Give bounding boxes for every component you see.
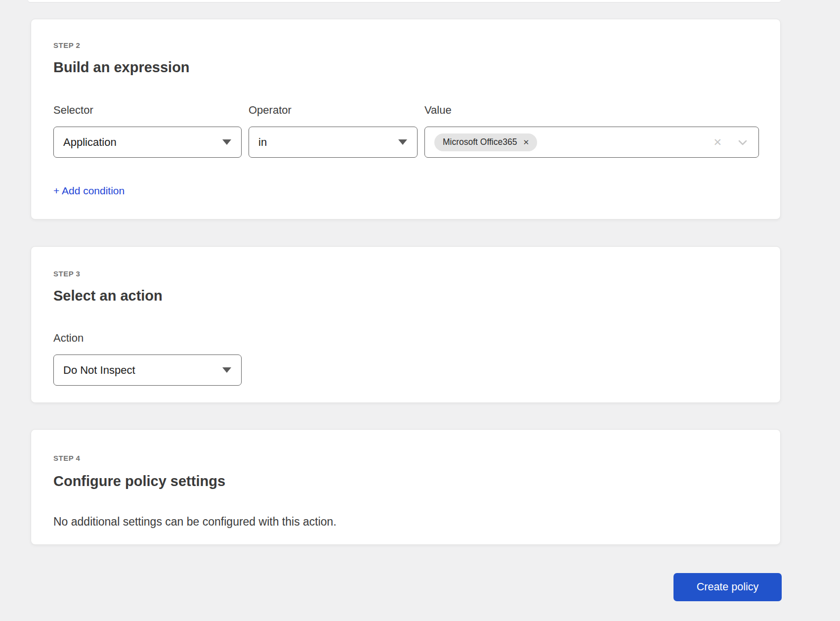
step2-title: Build an expression bbox=[53, 59, 758, 76]
operator-dropdown-value: in bbox=[258, 136, 267, 149]
action-field: Action Do Not Inspect bbox=[53, 332, 242, 386]
action-dropdown-value: Do Not Inspect bbox=[63, 364, 135, 377]
operator-dropdown[interactable]: in bbox=[249, 127, 418, 158]
step4-label: STEP 4 bbox=[53, 454, 758, 463]
selector-dropdown-value: Application bbox=[63, 136, 117, 149]
no-settings-message: No additional settings can be configured… bbox=[53, 515, 758, 529]
selector-field-label: Selector bbox=[53, 104, 242, 117]
action-dropdown[interactable]: Do Not Inspect bbox=[53, 355, 242, 386]
multiselect-icons: ✕ bbox=[713, 136, 749, 148]
chevron-down-icon[interactable] bbox=[737, 136, 749, 148]
expression-fields-row: Selector Application Operator in Value M… bbox=[53, 104, 759, 158]
value-field: Value Microsoft Office365 ✕ ✕ bbox=[424, 104, 759, 158]
previous-card-bottom-edge bbox=[28, 0, 781, 2]
tag-remove-icon[interactable]: ✕ bbox=[523, 138, 529, 146]
step2-card: STEP 2 Build an expression Selector Appl… bbox=[31, 19, 781, 220]
operator-field-label: Operator bbox=[249, 104, 418, 117]
step2-label: STEP 2 bbox=[53, 41, 758, 50]
add-condition-link[interactable]: + Add condition bbox=[53, 185, 125, 197]
value-tag: Microsoft Office365 ✕ bbox=[434, 133, 537, 151]
step4-title: Configure policy settings bbox=[53, 473, 758, 489]
action-field-label: Action bbox=[53, 332, 242, 345]
dropdown-arrow-icon bbox=[222, 139, 231, 145]
selector-field: Selector Application bbox=[53, 104, 242, 158]
value-multiselect-input[interactable]: Microsoft Office365 ✕ ✕ bbox=[424, 127, 759, 158]
step3-title: Select an action bbox=[53, 287, 758, 304]
dropdown-arrow-icon bbox=[222, 367, 231, 373]
clear-all-icon[interactable]: ✕ bbox=[713, 137, 722, 147]
step3-label: STEP 3 bbox=[53, 269, 758, 278]
value-tag-text: Microsoft Office365 bbox=[443, 137, 517, 147]
operator-field: Operator in bbox=[249, 104, 418, 158]
value-field-label: Value bbox=[424, 104, 759, 117]
step3-card: STEP 3 Select an action Action Do Not In… bbox=[31, 246, 781, 403]
dropdown-arrow-icon bbox=[398, 139, 407, 145]
create-policy-button[interactable]: Create policy bbox=[673, 573, 782, 601]
step4-card: STEP 4 Configure policy settings No addi… bbox=[31, 429, 781, 545]
selector-dropdown[interactable]: Application bbox=[53, 127, 242, 158]
